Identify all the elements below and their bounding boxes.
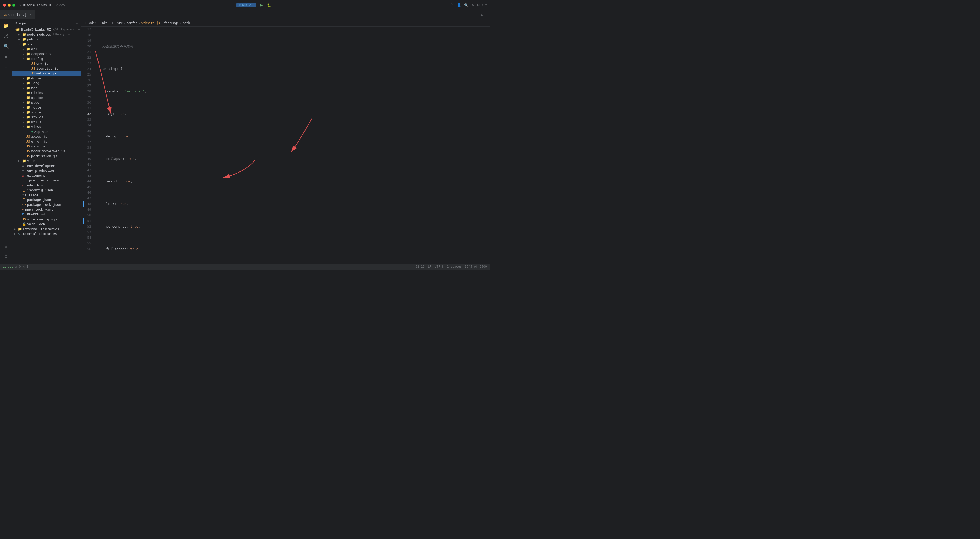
sidebar-item-app-vue[interactable]: V App.vue	[12, 129, 81, 134]
rail-vcs-icon[interactable]: ⎇	[2, 32, 10, 40]
folder-icon-config: 📁	[26, 57, 30, 61]
breadcrumb-path[interactable]: path	[183, 21, 190, 25]
code-comma-21: ,	[128, 134, 130, 139]
code-editor[interactable]: 17 18 19 20 21 22 23 24 25 26 27 28 29 3…	[81, 27, 490, 263]
debug-icon[interactable]: 🐛	[267, 3, 271, 7]
sidebar-item-gitignore[interactable]: ◎ .gitignore	[12, 173, 81, 178]
sidebar-item-src[interactable]: ▾ 📁 src	[12, 42, 81, 46]
window-controls[interactable]	[3, 3, 15, 6]
sidebar-item-utils[interactable]: ▶ 📁 utils	[12, 120, 81, 124]
sidebar-item-store[interactable]: ▶ 📁 store	[12, 110, 81, 115]
sidebar-item-permission-js[interactable]: JS permission.js	[12, 153, 81, 158]
note-node-modules: library root	[53, 33, 73, 36]
sidebar-item-lang[interactable]: ▶ 📁 lang	[12, 81, 81, 86]
breadcrumb-fistpage[interactable]: fistPage	[164, 21, 179, 25]
sidebar-item-scratches[interactable]: ▶ ✎ External Libraries	[12, 231, 81, 236]
sidebar-item-env-js[interactable]: JS env.js	[12, 61, 81, 66]
status-errors[interactable]: ✕ 0	[23, 265, 29, 268]
label-license: LICENSE	[25, 193, 39, 197]
sidebar-item-mac[interactable]: ▶ 📁 mac	[12, 86, 81, 90]
rail-problems-icon[interactable]: ⚠	[2, 242, 10, 250]
sidebar-item-package-json[interactable]: {} package.json	[12, 197, 81, 202]
search-icon[interactable]: 🔍	[464, 3, 469, 7]
timer-icon[interactable]: ⏱	[450, 3, 453, 7]
sidebar-item-index-html[interactable]: ◇ index.html	[12, 183, 81, 188]
sidebar-item-env-production[interactable]: ≡ .env.production	[12, 168, 81, 173]
sidebar-item-option[interactable]: ▶ 📁 option	[12, 95, 81, 100]
sidebar-item-public[interactable]: ▶ 📁 public	[12, 37, 81, 42]
rail-git-icon[interactable]: ◉	[2, 52, 10, 61]
line-47: 47	[83, 196, 91, 201]
sidebar-item-vite[interactable]: ▶ 📁 vite	[12, 158, 81, 163]
status-warnings[interactable]: ⚠ 0	[15, 265, 21, 268]
user-icon[interactable]: 👤	[457, 3, 461, 7]
sidebar-item-main-js[interactable]: JS main.js	[12, 144, 81, 149]
sidebar-content[interactable]: ▾ 📁 BladeX-Links-UI ~/Workspaces/product…	[12, 27, 81, 263]
label-env-js: env.js	[37, 62, 48, 65]
sidebar-item-readme-md[interactable]: M↓ README.md	[12, 212, 81, 217]
rail-project-icon[interactable]: 📁	[2, 21, 10, 30]
sidebar-item-api[interactable]: ▶ 📁 api	[12, 46, 81, 51]
code-lines[interactable]: //配置首页不可关闭 setting: { sidebar: 'vertical…	[94, 27, 490, 263]
settings-icon[interactable]: ⚙	[472, 3, 474, 7]
status-line-ending[interactable]: LF	[428, 265, 431, 268]
status-branch[interactable]: ⎇ dev	[3, 265, 13, 268]
tab-website-js[interactable]: JS website.js ×	[0, 10, 35, 19]
status-position[interactable]: 32:23	[415, 265, 425, 268]
status-line-count[interactable]: 1645 of 3500	[465, 265, 487, 268]
sidebar-item-mockprod-js[interactable]: JS mockProdServer.js	[12, 149, 81, 153]
code-line-22: collapse: true,	[98, 156, 486, 162]
close-button[interactable]	[3, 3, 6, 6]
sidebar-item-docker[interactable]: ▶ 📁 docker	[12, 76, 81, 81]
status-bar: ⎇ dev ⚠ 0 ✕ 0 32:23 LF UTF-8 2 spaces 16…	[0, 263, 490, 270]
folder-icon-src: 📁	[22, 42, 26, 46]
sidebar-item-pnpm-lock-yaml[interactable]: ≋ pnpm-lock.yaml	[12, 207, 81, 212]
sidebar-item-views[interactable]: ▾ 📁 views	[12, 124, 81, 129]
status-encoding[interactable]: UTF-8	[434, 265, 444, 268]
sidebar-item-license[interactable]: ○ LICENSE	[12, 193, 81, 197]
toolbar-more[interactable]: ⋮	[275, 3, 278, 7]
split-icon[interactable]: ⊞	[481, 13, 483, 17]
breadcrumb-websitejs[interactable]: website.js	[142, 21, 160, 25]
more-icon[interactable]: ⋯	[485, 13, 487, 17]
maximize-button[interactable]	[12, 3, 15, 6]
sidebar-item-vite-config-mjs[interactable]: JS vite.config.mjs	[12, 217, 81, 222]
status-indentation[interactable]: 2 spaces	[447, 265, 462, 268]
sidebar-item-config[interactable]: ▾ 📁 config	[12, 56, 81, 61]
rail-search-icon[interactable]: 🔍	[2, 42, 10, 50]
sidebar-header-menu[interactable]: ⋯	[76, 22, 78, 25]
arrow-external-libraries: ▶	[14, 228, 18, 230]
code-line-25: screenshot: true,	[98, 224, 486, 229]
sidebar-item-styles[interactable]: ▶ 📁 styles	[12, 115, 81, 120]
sidebar-item-error-js[interactable]: JS error.js	[12, 139, 81, 144]
breadcrumb-src[interactable]: src	[117, 21, 123, 25]
sidebar-item-router[interactable]: ▶ 📁 router	[12, 105, 81, 110]
sidebar-item-website-js[interactable]: JS website.js	[12, 71, 81, 76]
label-website-js: website.js	[37, 72, 56, 75]
breadcrumb-config[interactable]: config	[127, 21, 138, 25]
sidebar-item-env-development[interactable]: ≡ .env.development	[12, 163, 81, 168]
folder-icon-vite: 📁	[22, 159, 26, 163]
sidebar-item-prettierrc[interactable]: {} .prettierrc.json	[12, 178, 81, 183]
arrow-components: ▶	[22, 53, 26, 55]
sidebar-item-page[interactable]: ▶ 📁 page	[12, 100, 81, 105]
sidebar-item-iconlist-js[interactable]: JS iconList.js	[12, 66, 81, 71]
sidebar-item-axios-js[interactable]: JS axios.js	[12, 134, 81, 139]
tab-close-button[interactable]: ×	[30, 13, 32, 16]
minimize-button[interactable]	[8, 3, 11, 6]
sidebar-item-jsconfig-json[interactable]: {} jsconfig.json	[12, 188, 81, 193]
breadcrumb-project[interactable]: BladeX-Links-UI	[86, 21, 113, 25]
sidebar-item-components[interactable]: ▶ 📁 components	[12, 51, 81, 56]
folder-icon-public: 📁	[22, 37, 26, 41]
sidebar-item-node-modules[interactable]: ▶ 📁 node_modules library root	[12, 32, 81, 37]
build-button[interactable]: ⚙ build ▾	[236, 3, 256, 7]
sidebar-item-external-libraries[interactable]: ▶ 📁 External Libraries	[12, 226, 81, 231]
tree-root[interactable]: ▾ 📁 BladeX-Links-UI ~/Workspaces/product…	[12, 27, 81, 32]
run-icon[interactable]: ▶	[261, 3, 263, 7]
sidebar-item-mixins[interactable]: ▶ 📁 mixins	[12, 90, 81, 95]
rail-structure-icon[interactable]: ≡	[2, 62, 10, 71]
sidebar-item-package-lock-json[interactable]: {} package-lock.json	[12, 202, 81, 207]
sidebar-item-yarn-lock[interactable]: 🔒 yarn.lock	[12, 222, 81, 226]
rail-settings-icon[interactable]: ⚙	[2, 252, 10, 260]
label-jsconfig-json: jsconfig.json	[27, 188, 53, 192]
